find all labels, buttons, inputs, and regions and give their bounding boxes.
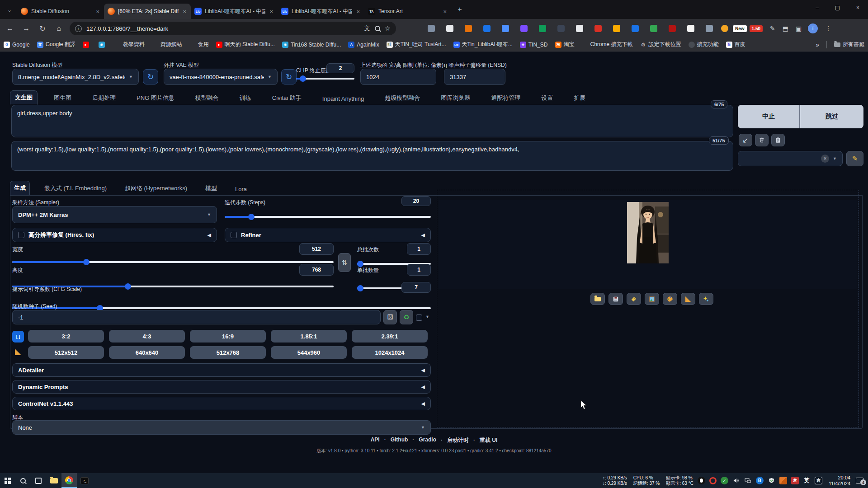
upscale-sparkle-button[interactable] xyxy=(699,293,713,305)
random-seed-dice-button[interactable]: ⚄ xyxy=(383,310,397,324)
width-slider[interactable] xyxy=(12,261,334,263)
swap-dimensions-button[interactable]: ⇅ xyxy=(338,253,351,272)
apply-styles-clipboard-button[interactable] xyxy=(771,134,785,146)
ime-language-indicator[interactable]: 英 xyxy=(803,477,811,484)
batch-count-value[interactable]: 1 xyxy=(407,243,431,255)
footer-link[interactable]: 启动计时 xyxy=(441,436,469,444)
extensions-puzzle-icon[interactable]: ⬒ xyxy=(783,25,788,32)
live-preview-image[interactable] xyxy=(627,202,669,265)
ratio-button[interactable]: 1.85:1 xyxy=(271,330,347,343)
notification-center-icon[interactable]: 4 xyxy=(856,478,863,483)
footer-link[interactable]: 重载 UI xyxy=(473,436,497,444)
side-panel-icon[interactable]: ▣ xyxy=(796,25,802,32)
zoom-icon[interactable] xyxy=(375,26,380,31)
main-tab[interactable]: 文生图 xyxy=(10,90,38,105)
clip-skip-value[interactable]: 2 xyxy=(326,63,354,73)
aspect-ratio-tool-icon[interactable]: [ ] xyxy=(12,331,24,343)
footer-link[interactable]: Github xyxy=(384,436,408,444)
send-to-extras-button[interactable] xyxy=(681,293,695,305)
qq-tray-icon[interactable] xyxy=(698,477,705,484)
task-view-button[interactable] xyxy=(31,473,46,488)
volume-tray-icon[interactable] xyxy=(732,477,740,484)
gpu-monitor[interactable]: 顯示卡: 98 % 顯示卡: 63 °C xyxy=(666,475,693,486)
main-tab[interactable]: 模型融合 xyxy=(191,91,223,105)
send-to-img2img-button[interactable] xyxy=(645,293,659,305)
width-value[interactable]: 512 xyxy=(299,243,334,255)
browser-tab[interactable]: Lib LiblibAI·哩布哩布AI - 中国领先… × xyxy=(278,4,364,19)
network-tray-icon[interactable] xyxy=(744,477,752,484)
extension-accordion[interactable]: Dynamic Prompts ◀ xyxy=(12,380,431,394)
sub-tab[interactable]: 超网络 (Hypernetworks) xyxy=(121,182,191,195)
bookmark-item[interactable]: A AgainMix xyxy=(348,42,379,48)
bookmark-item[interactable]: 百 百度 xyxy=(726,41,745,48)
clear-prompt-trash-button[interactable] xyxy=(755,134,769,146)
styles-clear-icon[interactable]: ✕ xyxy=(821,155,829,163)
refiner-checkbox[interactable] xyxy=(231,232,237,238)
steps-slider[interactable] xyxy=(225,216,431,218)
bookmark-item[interactable]: 淘 淘宝 xyxy=(555,41,575,48)
bookmark-item[interactable]: ◈ TIN_SD xyxy=(520,42,548,48)
refresh-vae-button[interactable]: ↻ xyxy=(281,69,297,84)
refiner-accordion[interactable]: Refiner ◀ xyxy=(225,228,431,242)
script-dropdown[interactable]: None ▼ xyxy=(12,420,431,435)
bookmark-item[interactable]: 教學資料 xyxy=(114,41,145,48)
extension-icon[interactable] xyxy=(576,25,583,32)
resolution-tool-ruler-icon[interactable] xyxy=(12,346,24,358)
extension-accordion[interactable]: ADetailer ◀ xyxy=(12,363,431,377)
batch-size-value[interactable]: 1 xyxy=(407,264,431,276)
profile-avatar[interactable]: T xyxy=(808,23,818,33)
ratio-button[interactable]: 3:2 xyxy=(28,330,104,343)
bookmark-item[interactable]: ▶ 啊天的 Stable Diffu... xyxy=(216,41,275,48)
net-speed-monitor[interactable]: ↑: 0.29 KB/s ↓: 0.29 KB/s xyxy=(603,475,627,486)
main-tab[interactable]: 图生图 xyxy=(49,91,76,105)
chrome-taskbar-button[interactable] xyxy=(61,473,77,488)
main-tab[interactable]: Inpaint Anything xyxy=(318,93,369,105)
extension-icon[interactable] xyxy=(650,25,657,32)
main-tab[interactable]: 后期处理 xyxy=(88,91,120,105)
file-explorer-button[interactable] xyxy=(46,473,61,488)
bookmark-item[interactable]: Lib 天Tin_LiblibAI·哩布... xyxy=(453,41,513,48)
sub-tab[interactable]: 模型 xyxy=(202,182,221,195)
ratio-button[interactable]: 16:9 xyxy=(190,330,266,343)
main-tab[interactable]: 设置 xyxy=(537,91,557,105)
bookmark-star-icon[interactable]: ☆ xyxy=(385,24,391,33)
extra-seed-checkbox[interactable] xyxy=(416,314,422,321)
ime-mode-tray-icon[interactable]: 倉 xyxy=(791,477,799,484)
interrupt-button[interactable]: 中止 xyxy=(738,105,800,128)
height-value[interactable]: 768 xyxy=(299,264,334,276)
terminal-button[interactable]: >_ xyxy=(77,473,92,488)
skip-button[interactable]: 跳过 xyxy=(800,105,863,128)
resolution-button[interactable]: 512x512 xyxy=(28,346,104,359)
reuse-seed-recycle-button[interactable]: ♻ xyxy=(400,310,413,324)
extension-icon[interactable] xyxy=(669,25,676,32)
prompt-textarea[interactable]: girl,dress,upper body xyxy=(11,105,733,137)
ime-shape-indicator[interactable]: 倉 xyxy=(815,477,822,484)
bookmark-item[interactable]: 文 Google 翻譯 xyxy=(37,41,75,48)
tab-close-icon[interactable]: × xyxy=(182,8,187,15)
tab-close-icon[interactable]: × xyxy=(95,8,100,15)
network-assist-tray-icon[interactable]: ✓ xyxy=(721,477,728,484)
footer-link[interactable]: Gradio xyxy=(412,436,436,444)
all-bookmarks-button[interactable]: 所有書籤 xyxy=(834,41,864,48)
cfg-slider[interactable] xyxy=(12,307,431,309)
recording-tray-icon[interactable] xyxy=(709,477,717,484)
save-zip-button[interactable] xyxy=(627,293,641,305)
main-tab[interactable]: 图库浏览器 xyxy=(436,91,475,105)
extension-icon[interactable] xyxy=(706,25,713,32)
taskbar-clock[interactable]: 20:04 11/4/2024 xyxy=(829,475,850,487)
main-tab[interactable]: Civitai 助手 xyxy=(268,91,306,105)
url-text[interactable]: 127.0.0.1:7860/?__theme=dark xyxy=(86,25,360,32)
sub-tab[interactable]: Lora xyxy=(231,183,250,195)
paste-params-button[interactable]: ↙ xyxy=(739,134,752,146)
main-tab[interactable]: PNG 图片信息 xyxy=(132,91,179,105)
browser-tab[interactable]: Lib LiblibAI·哩布哩布AI - 中国领先… × xyxy=(191,4,278,19)
tab-close-icon[interactable]: × xyxy=(355,8,361,15)
hires-checkbox[interactable] xyxy=(18,232,24,238)
search-button[interactable] xyxy=(15,473,31,488)
styles-dropdown[interactable]: ✕ ▼ xyxy=(738,151,843,166)
resolution-button[interactable]: 544x960 xyxy=(271,346,347,359)
window-maximize-button[interactable]: ▢ xyxy=(827,0,848,15)
browser-tab[interactable]: Stable Diffusion × xyxy=(17,4,104,19)
back-button[interactable]: ← xyxy=(4,22,16,35)
edit-styles-button[interactable]: ✎ xyxy=(846,151,863,166)
